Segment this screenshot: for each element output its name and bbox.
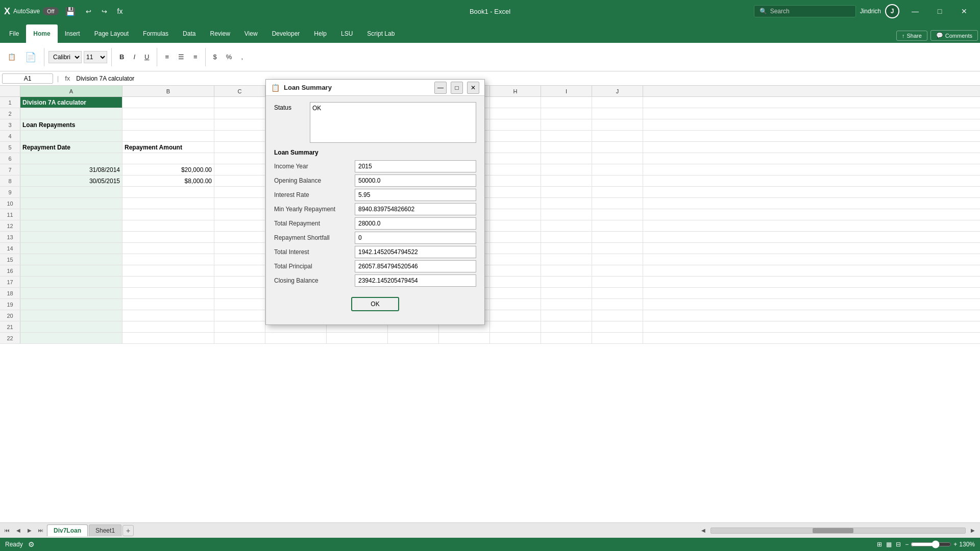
tab-help[interactable]: Help [307, 24, 334, 43]
cell-b12[interactable] [122, 220, 214, 231]
cell-i6[interactable] [541, 153, 592, 164]
cell-h10[interactable] [490, 198, 541, 209]
cell-j1[interactable] [592, 97, 643, 108]
col-header-c[interactable]: C [214, 86, 265, 96]
cell-j6[interactable] [592, 153, 643, 164]
sheet-nav-prev[interactable]: ◀ [13, 525, 23, 536]
cell-b10[interactable] [122, 198, 214, 209]
total-principal-input[interactable] [355, 260, 476, 272]
cell-i17[interactable] [541, 277, 592, 287]
zoom-slider[interactable] [911, 540, 951, 548]
cell-h16[interactable] [490, 265, 541, 276]
cell-a8[interactable]: 30/05/2015 [20, 176, 122, 186]
align-right-btn[interactable]: ≡ [190, 51, 201, 63]
cell-j5[interactable] [592, 142, 643, 153]
comma-btn[interactable]: , [237, 51, 247, 63]
cell-i8[interactable] [541, 176, 592, 186]
cell-i1[interactable] [541, 97, 592, 108]
cell-b16[interactable] [122, 265, 214, 276]
cell-b8[interactable]: $8,000.00 [122, 176, 214, 186]
cell-h12[interactable] [490, 220, 541, 231]
tab-view[interactable]: View [237, 24, 265, 43]
cell-b22[interactable] [122, 333, 214, 343]
cell-b3[interactable] [122, 119, 214, 130]
cell-c16[interactable] [214, 265, 265, 276]
cell-a4[interactable] [20, 131, 122, 141]
cell-j8[interactable] [592, 176, 643, 186]
total-repayment-input[interactable] [355, 217, 476, 230]
ok-button[interactable]: OK [351, 297, 399, 311]
cell-a15[interactable] [20, 254, 122, 265]
cell-a22[interactable] [20, 333, 122, 343]
font-size-select[interactable]: 11 [84, 51, 107, 63]
redo-button[interactable]: ↪ [98, 5, 111, 18]
cell-i14[interactable] [541, 243, 592, 254]
cell-i21[interactable] [541, 321, 592, 332]
tab-home[interactable]: Home [26, 24, 57, 43]
cell-c1[interactable] [214, 97, 265, 108]
repayment-shortfall-input[interactable] [355, 232, 476, 244]
cell-j17[interactable] [592, 277, 643, 287]
cell-j18[interactable] [592, 288, 643, 298]
cell-j20[interactable] [592, 310, 643, 321]
sheet-nav-next[interactable]: ▶ [24, 525, 35, 536]
clipboard-btn[interactable]: 📋 [4, 51, 19, 63]
currency-btn[interactable]: $ [210, 51, 220, 63]
cell-i20[interactable] [541, 310, 592, 321]
cell-b19[interactable] [122, 299, 214, 310]
cell-j2[interactable] [592, 108, 643, 119]
cell-j7[interactable] [592, 164, 643, 175]
cell-a9[interactable] [20, 187, 122, 197]
cell-a19[interactable] [20, 299, 122, 310]
cell-h8[interactable] [490, 176, 541, 186]
cell-i9[interactable] [541, 187, 592, 197]
cell-i18[interactable] [541, 288, 592, 298]
minimize-button[interactable]: — [903, 4, 927, 19]
tab-page-layout[interactable]: Page Layout [87, 24, 136, 43]
cell-b1[interactable] [122, 97, 214, 108]
tab-lsu[interactable]: LSU [334, 24, 360, 43]
cell-c4[interactable] [214, 131, 265, 141]
tab-script-lab[interactable]: Script Lab [360, 24, 402, 43]
search-box[interactable]: 🔍 Search [754, 5, 856, 17]
cell-i19[interactable] [541, 299, 592, 310]
cell-a21[interactable] [20, 321, 122, 332]
italic-btn[interactable]: I [130, 51, 139, 63]
undo-button[interactable]: ↩ [82, 5, 95, 18]
cell-c3[interactable] [214, 119, 265, 130]
share-button[interactable]: ↑ Share [896, 31, 927, 41]
cell-h14[interactable] [490, 243, 541, 254]
cell-b18[interactable] [122, 288, 214, 298]
cell-j22[interactable] [592, 333, 643, 343]
cell-g22[interactable] [439, 333, 490, 343]
sheet-tab-div7loan[interactable]: Div7Loan [47, 524, 88, 536]
cell-h19[interactable] [490, 299, 541, 310]
cell-c9[interactable] [214, 187, 265, 197]
cell-c15[interactable] [214, 254, 265, 265]
cell-c5[interactable] [214, 142, 265, 153]
paste-btn[interactable]: 📄 [21, 49, 40, 65]
tab-data[interactable]: Data [176, 24, 203, 43]
cell-c11[interactable] [214, 209, 265, 220]
cell-h17[interactable] [490, 277, 541, 287]
name-box[interactable] [2, 73, 53, 84]
tab-review[interactable]: Review [203, 24, 237, 43]
cell-b6[interactable] [122, 153, 214, 164]
cell-i4[interactable] [541, 131, 592, 141]
cell-b14[interactable] [122, 243, 214, 254]
formula-button[interactable]: fx [114, 5, 127, 18]
cell-h20[interactable] [490, 310, 541, 321]
cell-h2[interactable] [490, 108, 541, 119]
cell-b13[interactable] [122, 232, 214, 242]
cell-i12[interactable] [541, 220, 592, 231]
cell-j4[interactable] [592, 131, 643, 141]
cell-a20[interactable] [20, 310, 122, 321]
cell-c8[interactable] [214, 176, 265, 186]
cell-i10[interactable] [541, 198, 592, 209]
total-interest-input[interactable] [355, 246, 476, 258]
cell-i16[interactable] [541, 265, 592, 276]
cell-i11[interactable] [541, 209, 592, 220]
cell-b21[interactable] [122, 321, 214, 332]
cell-a7[interactable]: 31/08/2014 [20, 164, 122, 175]
status-textarea[interactable]: OK [310, 102, 476, 143]
